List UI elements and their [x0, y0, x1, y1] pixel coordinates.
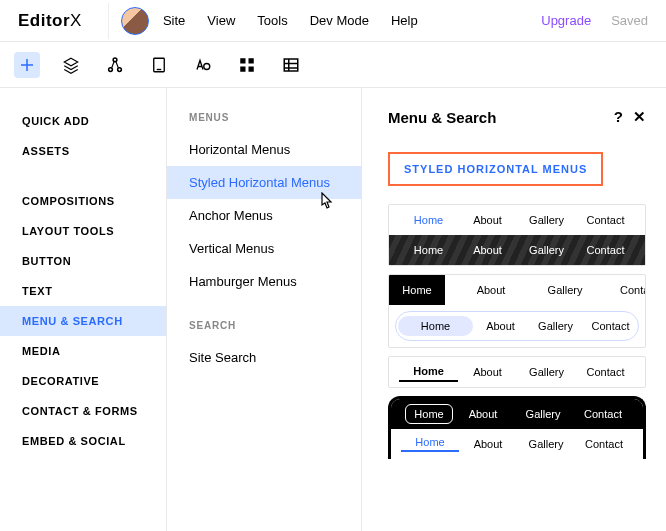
sidebar-item-assets[interactable]: ASSETS: [0, 136, 166, 166]
sub-item-horizontal-menus[interactable]: Horizontal Menus: [167, 133, 361, 166]
sidebar-item-contact-forms[interactable]: CONTACT & FORMS: [0, 396, 166, 426]
upgrade-link[interactable]: Upgrade: [541, 13, 591, 28]
menu-help[interactable]: Help: [391, 13, 418, 28]
sidebar-item-menu-search[interactable]: MENU & SEARCH: [0, 306, 166, 336]
menu-link: About: [463, 284, 519, 296]
tool-row: [0, 42, 666, 88]
menu-link: About: [458, 214, 517, 226]
svg-rect-5: [240, 58, 245, 63]
svg-rect-7: [240, 66, 245, 71]
menu-link: About: [459, 438, 517, 450]
menu-link: Home: [398, 316, 473, 336]
sidebar: QUICK ADD ASSETS COMPOSITIONS LAYOUT TOO…: [0, 88, 167, 531]
svg-point-2: [113, 57, 117, 61]
menu-link: About: [458, 363, 517, 381]
menu-link: Gallery: [517, 363, 576, 381]
grid-icon[interactable]: [234, 52, 260, 78]
help-icon[interactable]: ?: [614, 108, 623, 126]
top-menu: Site View Tools Dev Mode Help: [163, 13, 418, 28]
menu-link: About: [453, 408, 513, 420]
sub-item-anchor-menus[interactable]: Anchor Menus: [167, 199, 361, 232]
menu-preview-2[interactable]: Home About Gallery Contact Home About Ga…: [388, 274, 646, 348]
text-style-icon[interactable]: [190, 52, 216, 78]
sub-item-site-search[interactable]: Site Search: [167, 341, 361, 374]
sidebar-item-media[interactable]: MEDIA: [0, 336, 166, 366]
menu-link: Contact: [583, 320, 638, 332]
sidebar-item-embed-social[interactable]: EMBED & SOCIAL: [0, 426, 166, 456]
menu-tools[interactable]: Tools: [257, 13, 287, 28]
saved-status: Saved: [611, 13, 648, 28]
layers-icon[interactable]: [58, 52, 84, 78]
menu-link: Contact: [576, 363, 635, 381]
table-icon[interactable]: [278, 52, 304, 78]
menu-link: Gallery: [517, 438, 575, 450]
add-icon[interactable]: [14, 52, 40, 78]
menu-site[interactable]: Site: [163, 13, 185, 28]
menu-preview-4[interactable]: Home About Gallery Contact Home About Ga…: [388, 396, 646, 459]
preview-title: Menu & Search: [388, 109, 496, 126]
sidebar-item-text[interactable]: TEXT: [0, 276, 166, 306]
share-icon[interactable]: [102, 52, 128, 78]
logo-thin: X: [70, 11, 82, 30]
menu-link: Home: [389, 275, 445, 305]
svg-point-1: [118, 67, 122, 71]
menu-view[interactable]: View: [207, 13, 235, 28]
sub-panel: MENUS Horizontal Menus Styled Horizontal…: [167, 88, 362, 531]
menu-link: Contact: [611, 284, 646, 296]
page-icon[interactable]: [146, 52, 172, 78]
menu-link: Gallery: [513, 408, 573, 420]
sidebar-item-quick-add[interactable]: QUICK ADD: [0, 106, 166, 136]
menu-link: Home: [405, 404, 453, 424]
separator: [108, 3, 109, 39]
top-bar: EditorX Site View Tools Dev Mode Help Up…: [0, 0, 666, 42]
preview-header: Menu & Search ? ✕: [388, 108, 646, 126]
menu-link: Gallery: [537, 284, 593, 296]
menu-link: Contact: [576, 244, 635, 256]
menu-link: Gallery: [517, 244, 576, 256]
menu-preview-3[interactable]: Home About Gallery Contact: [388, 356, 646, 388]
sub-heading-search: SEARCH: [167, 314, 361, 341]
preview-panel: Menu & Search ? ✕ STYLED HORIZONTAL MENU…: [362, 88, 666, 531]
sub-item-styled-horizontal-menus[interactable]: Styled Horizontal Menus: [167, 166, 361, 199]
menu-link: Contact: [575, 438, 633, 450]
menu-link: Home: [401, 436, 459, 452]
menu-dev-mode[interactable]: Dev Mode: [310, 13, 369, 28]
sidebar-item-compositions[interactable]: COMPOSITIONS: [0, 186, 166, 216]
sub-heading-menus: MENUS: [167, 106, 361, 133]
sub-item-hamburger-menus[interactable]: Hamburger Menus: [167, 265, 361, 298]
avatar[interactable]: [121, 7, 149, 35]
sub-item-vertical-menus[interactable]: Vertical Menus: [167, 232, 361, 265]
menu-link: About: [473, 320, 528, 332]
svg-rect-8: [249, 66, 254, 71]
sub-item-label: Styled Horizontal Menus: [189, 175, 330, 190]
close-icon[interactable]: ✕: [633, 108, 646, 126]
logo: EditorX: [18, 11, 82, 31]
svg-point-4: [204, 63, 210, 69]
sidebar-item-decorative[interactable]: DECORATIVE: [0, 366, 166, 396]
menu-link: Home: [399, 244, 458, 256]
main: QUICK ADD ASSETS COMPOSITIONS LAYOUT TOO…: [0, 88, 666, 531]
section-label: STYLED HORIZONTAL MENUS: [388, 152, 603, 186]
svg-rect-6: [249, 58, 254, 63]
menu-link: Home: [399, 214, 458, 226]
menu-link: Contact: [573, 408, 633, 420]
menu-link: Home: [399, 362, 458, 382]
menu-link: Gallery: [517, 214, 576, 226]
sidebar-item-button[interactable]: BUTTON: [0, 246, 166, 276]
svg-rect-9: [284, 59, 298, 71]
menu-link: Gallery: [528, 320, 583, 332]
menu-preview-1[interactable]: Home About Gallery Contact Home About Ga…: [388, 204, 646, 266]
menu-link: Contact: [576, 214, 635, 226]
logo-main: Editor: [18, 11, 70, 30]
menu-link: About: [458, 244, 517, 256]
svg-point-0: [109, 67, 113, 71]
sidebar-item-layout-tools[interactable]: LAYOUT TOOLS: [0, 216, 166, 246]
